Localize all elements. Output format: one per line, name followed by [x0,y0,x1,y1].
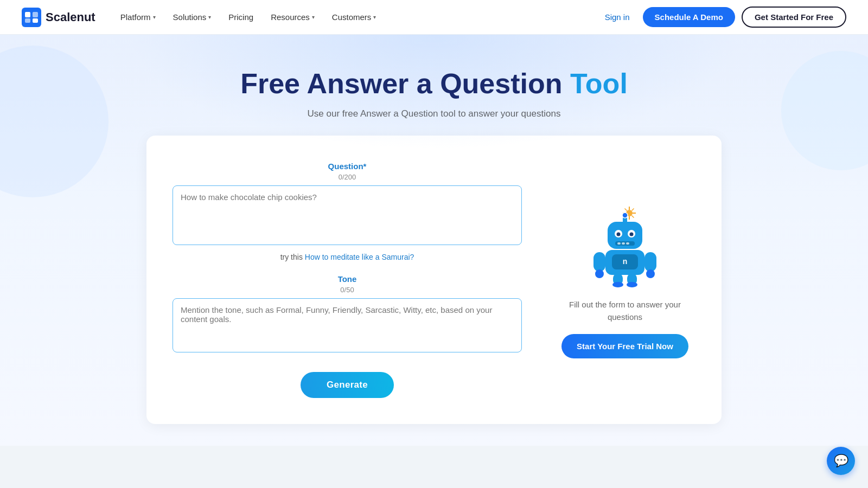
svg-rect-2 [33,12,38,17]
signin-link[interactable]: Sign in [598,8,636,26]
try-this-text: try this How to meditate like a Samurai? [173,253,522,261]
robot-fill-text: Fill out the form to answer your questio… [554,299,695,323]
svg-point-29 [595,269,604,278]
nav-right: Sign in Schedule A Demo Get Started For … [598,7,846,28]
svg-line-10 [625,209,627,211]
nav-item-platform[interactable]: Platform ▾ [113,8,163,26]
nav-item-customers[interactable]: Customers ▾ [324,8,384,26]
svg-point-18 [630,233,634,236]
chevron-down-icon: ▾ [312,14,315,20]
generate-button[interactable]: Generate [301,372,394,398]
nav-item-solutions[interactable]: Solutions ▾ [165,8,219,26]
nav-links: Platform ▾ Solutions ▾ Pricing Resources… [113,8,598,26]
nav-item-pricing[interactable]: Pricing [221,8,261,26]
tone-char-count: 0/50 [173,286,522,294]
svg-line-11 [632,216,634,218]
chevron-down-icon: ▾ [153,14,156,20]
robot-svg: n [582,201,668,288]
logo-icon [22,8,41,27]
svg-rect-22 [626,242,629,245]
svg-rect-1 [25,12,30,17]
robot-section: n Fill out the form to answer your quest… [554,162,695,398]
svg-point-31 [646,269,655,278]
svg-rect-4 [33,18,38,23]
main-card: Question* 0/200 try this How to meditate… [146,136,722,424]
svg-line-12 [632,209,634,211]
svg-rect-3 [25,18,30,23]
question-label: Question* [173,162,522,171]
question-input[interactable] [173,185,522,245]
chat-widget-button[interactable]: 💬 [827,447,855,475]
chevron-down-icon: ▾ [373,14,376,20]
hero-section: Free Answer a Question Tool Use our free… [0,35,868,446]
get-started-button[interactable]: Get Started For Free [742,7,846,28]
tone-input[interactable] [173,298,522,352]
chevron-down-icon: ▾ [208,14,211,20]
nav-item-resources[interactable]: Resources ▾ [263,8,322,26]
tone-label: Tone [173,274,522,284]
svg-text:n: n [623,257,628,266]
svg-point-35 [627,282,637,287]
logo[interactable]: Scalenut [22,8,95,27]
navbar: Scalenut Platform ▾ Solutions ▾ Pricing … [0,0,868,35]
generate-button-wrapper: Generate [173,372,522,398]
svg-point-34 [612,282,623,287]
svg-rect-20 [617,242,621,245]
robot-illustration: n [582,201,668,288]
svg-rect-21 [622,242,625,245]
hero-subtitle: Use our free Answer a Question tool to a… [22,108,846,119]
hero-title: Free Answer a Question Tool [22,67,846,100]
question-char-count: 0/200 [173,173,522,181]
try-this-link[interactable]: How to meditate like a Samurai? [305,253,414,261]
svg-rect-28 [593,252,605,272]
svg-rect-30 [644,252,656,272]
start-trial-button[interactable]: Start Your Free Trial Now [561,334,688,358]
svg-point-24 [622,213,628,218]
form-section: Question* 0/200 try this How to meditate… [173,162,522,398]
chat-icon: 💬 [834,454,848,468]
svg-point-17 [617,233,621,236]
logo-text: Scalenut [46,10,95,24]
schedule-demo-button[interactable]: Schedule A Demo [643,7,735,27]
svg-rect-0 [22,8,41,27]
